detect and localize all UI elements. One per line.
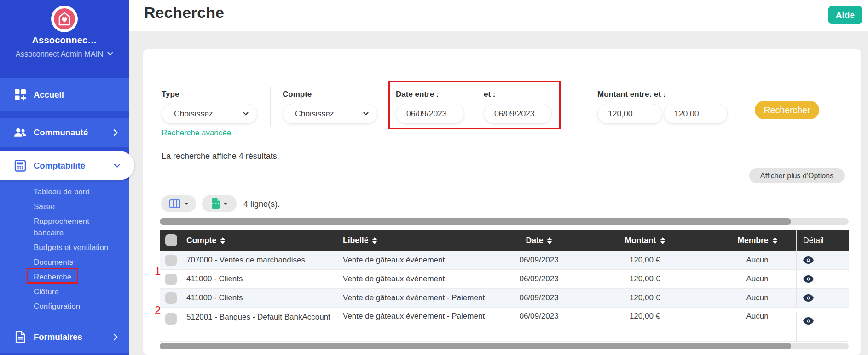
comptabilite-submenu: Tableau de bord Saisie Rapprochement ban…: [0, 180, 129, 321]
sort-icon: [372, 237, 377, 244]
compte-select[interactable]: Choisissez: [283, 104, 377, 124]
document-icon: [14, 331, 26, 343]
annotation-box-recherche: [27, 268, 78, 284]
sidebar-brand: Assoconnec… Assoconnect Admin MAIN: [0, 0, 129, 78]
top-band: [129, 0, 868, 31]
scrollbar-thumb[interactable]: [160, 218, 791, 225]
sidebar-item-tableau-de-bord[interactable]: Tableau de bord: [0, 185, 120, 199]
chevron-down-icon: [243, 112, 249, 116]
type-select[interactable]: Choisissez: [162, 104, 257, 124]
column-header-compte[interactable]: Compte: [185, 236, 341, 245]
caret-down-icon: [224, 203, 227, 205]
dashboard-icon: [14, 89, 26, 101]
cell-compte: 411000 - Clients: [185, 274, 341, 284]
sort-icon: [547, 237, 552, 244]
sidebar-item-saisie[interactable]: Saisie: [0, 199, 120, 214]
org-switcher[interactable]: Assoconnect Admin MAIN: [0, 50, 129, 58]
org-name: Assoconnec…: [0, 35, 129, 46]
cell-compte: 512001 - Banques - Default BankAccount: [160, 312, 341, 322]
row-checkbox[interactable]: [165, 255, 177, 266]
row-checkbox[interactable]: [165, 292, 177, 304]
sidebar-item-label: Formulaires: [34, 332, 82, 342]
view-detail-eye-icon[interactable]: [803, 294, 814, 302]
compte-select-value: Choisissez: [295, 109, 334, 119]
compte-label: Compte: [283, 90, 312, 99]
people-icon: [14, 128, 26, 137]
sidebar-item-label: Communauté: [34, 128, 88, 138]
sidebar-item-cloture[interactable]: Clôture: [0, 285, 120, 299]
table-scrollbar-bottom: [160, 343, 849, 349]
more-options-button[interactable]: Afficher plus d'Options: [749, 168, 845, 183]
annotation-box-dates: [388, 81, 561, 129]
view-detail-eye-icon[interactable]: [803, 275, 814, 283]
table-row: 411000 - Clients Vente de gâteaux événem…: [160, 289, 849, 308]
annotation-marker-1: 1: [155, 265, 161, 278]
search-card: Type Compte Date entre : et : Montant en…: [143, 49, 862, 355]
chevron-down-icon: [107, 52, 113, 56]
export-dropdown-button[interactable]: XLSX: [202, 195, 237, 212]
column-header-membre[interactable]: Membre: [718, 236, 796, 245]
cell-membre: Aucun: [718, 274, 796, 284]
cell-date: 06/09/2023: [507, 293, 571, 303]
chevron-right-icon: [113, 129, 118, 136]
sort-icon: [773, 237, 777, 244]
table-row: 512001 - Banques - Default BankAccount V…: [160, 308, 849, 342]
view-detail-eye-icon[interactable]: [803, 256, 814, 264]
chevron-down-icon: [363, 112, 369, 116]
sidebar-item-label: Comptabilité: [34, 161, 85, 171]
sidebar-item-budgets-et-ventilation[interactable]: Budgets et ventilation: [0, 240, 120, 255]
amount-from-label: Montant entre:: [597, 90, 652, 99]
search-button[interactable]: Rechercher: [755, 101, 819, 119]
cell-libelle: Vente de gâteaux événement - Paiement: [341, 312, 507, 321]
cell-libelle: Vente de gâteaux événement: [341, 256, 507, 265]
annotation-marker-2: 2: [155, 304, 161, 317]
select-all-checkbox[interactable]: [165, 234, 177, 246]
cell-date: 06/09/2023: [507, 274, 571, 284]
column-header-detail: Détail: [796, 230, 849, 251]
view-detail-eye-icon[interactable]: [803, 317, 814, 325]
advanced-search-link[interactable]: Recherche avancée: [162, 128, 231, 138]
cell-libelle: Vente de gâteaux événement: [341, 274, 507, 284]
scrollbar-thumb[interactable]: [160, 343, 791, 349]
results-summary: La recherche affiche 4 résultats.: [162, 151, 279, 161]
help-button[interactable]: Aide: [828, 6, 862, 24]
calculator-icon: [14, 160, 26, 172]
sidebar-item-configuration[interactable]: Configuration: [0, 299, 120, 314]
sidebar-item-accueil[interactable]: Accueil: [0, 78, 129, 111]
column-header-date[interactable]: Date: [507, 236, 571, 245]
org-logo-icon: [51, 6, 78, 32]
columns-dropdown-button[interactable]: [161, 195, 196, 212]
results-table: Compte Libellé Date Montant Membre Détai…: [160, 230, 849, 342]
sidebar-item-rapprochement-bancaire[interactable]: Rapprochement bancaire: [0, 214, 120, 240]
org-switcher-label: Assoconnect Admin MAIN: [16, 50, 104, 58]
file-fold: [217, 198, 220, 201]
cell-compte: 707000 - Ventes de marchandises: [185, 256, 341, 265]
cell-membre: Aucun: [718, 293, 796, 303]
row-count: 4 ligne(s).: [243, 199, 280, 209]
sidebar-item-communaute[interactable]: Communauté: [0, 118, 129, 147]
sidebar: Assoconnec… Assoconnect Admin MAIN Accue…: [0, 0, 129, 355]
sidebar-item-comptabilite[interactable]: Comptabilité: [0, 151, 134, 180]
table-scrollbar-top: [160, 218, 849, 225]
cell-membre: Aucun: [718, 256, 796, 265]
column-header-montant[interactable]: Montant: [571, 236, 718, 245]
page-title: Recherche: [144, 4, 224, 22]
caret-down-icon: [185, 203, 188, 205]
sidebar-item-label: Accueil: [34, 90, 64, 100]
row-checkbox[interactable]: [165, 274, 177, 285]
cell-compte: 411000 - Clients: [185, 293, 341, 303]
cell-montant: 120,00 €: [571, 274, 718, 284]
amount-to-input[interactable]: [664, 104, 728, 124]
cell-date: 06/09/2023: [507, 256, 571, 265]
table-row: 707000 - Ventes de marchandises Vente de…: [160, 251, 849, 270]
type-label: Type: [162, 90, 179, 99]
chevron-right-icon: [113, 333, 118, 341]
amount-from-input[interactable]: [597, 104, 662, 124]
xlsx-file-icon: XLSX: [212, 198, 220, 209]
cell-membre: Aucun: [718, 312, 796, 321]
sidebar-item-formulaires[interactable]: Formulaires: [0, 321, 129, 353]
columns-icon: [169, 199, 180, 208]
column-header-libelle[interactable]: Libellé: [341, 236, 507, 245]
type-select-value: Choisissez: [174, 109, 213, 119]
sort-icon: [220, 237, 225, 244]
